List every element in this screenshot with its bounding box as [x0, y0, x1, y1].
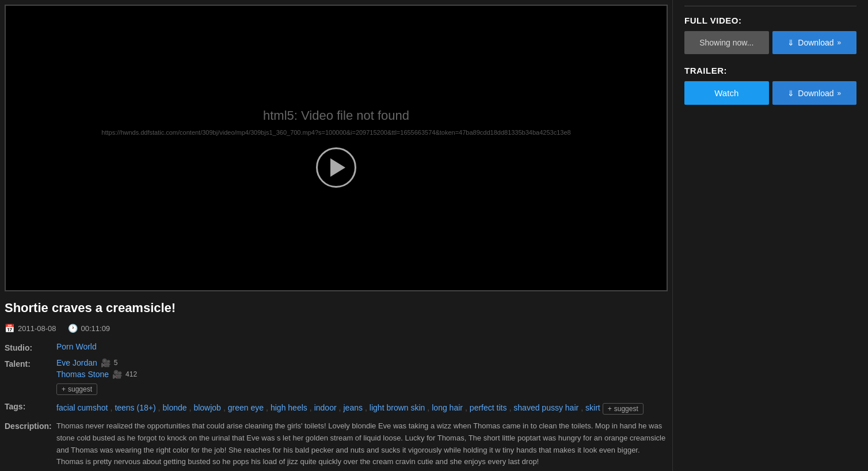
content-area: html5: Video file not found https://hwnd… — [0, 0, 672, 471]
trailer-chevron-right-icon: » — [837, 89, 842, 97]
description-text: Thomas never realized the opportunities … — [56, 421, 665, 466]
full-video-label: FULL VIDEO: — [684, 16, 856, 25]
showing-now-button[interactable]: Showing now... — [684, 31, 769, 54]
talent-link-0[interactable]: Eve Jordan — [56, 358, 97, 367]
studio-link[interactable]: Porn World — [56, 342, 97, 351]
suggest-label: suggest — [68, 385, 92, 393]
tag-perfect-tits[interactable]: perfect tits — [470, 403, 507, 412]
video-error-text: html5: Video file not found — [263, 108, 409, 123]
trailer-download-label: Download — [798, 89, 833, 98]
duration-meta: 🕐 00:11:09 — [68, 324, 111, 333]
full-video-download-label: Download — [798, 38, 833, 47]
talent-icon-0: 🎥 — [101, 358, 111, 367]
tag-suggest-label: suggest — [614, 405, 638, 413]
main-layout: html5: Video file not found https://hwnd… — [0, 0, 868, 471]
calendar-icon: 📅 — [5, 324, 14, 333]
description-label: Description: — [5, 420, 56, 468]
tag-light-brown-skin[interactable]: light brown skin — [370, 403, 425, 412]
video-date: 2011-08-08 — [18, 324, 56, 333]
talent-count-1: 412 — [125, 370, 137, 378]
video-duration: 00:11:09 — [81, 324, 111, 333]
tag-green-eye[interactable]: green eye — [228, 403, 264, 412]
trailer-download-button[interactable]: ⇓ Download » — [772, 81, 857, 105]
studio-value: Porn World — [56, 342, 668, 352]
talent-link-1[interactable]: Thomas Stone — [56, 370, 109, 379]
tag-jeans[interactable]: jeans — [344, 403, 363, 412]
tag-long-hair[interactable]: long hair — [432, 403, 463, 412]
tag-blonde[interactable]: blonde — [162, 403, 186, 412]
talent-suggest-button[interactable]: + suggest — [56, 383, 97, 395]
tag-high-heels[interactable]: high heels — [271, 403, 307, 412]
talent-item-0: Eve Jordan 🎥 5 — [56, 358, 668, 367]
tags-label: Tags: — [5, 401, 56, 415]
tags-value: facial cumshot, teens (18+), blonde, blo… — [56, 401, 668, 415]
clock-icon: 🕐 — [68, 324, 78, 333]
watch-button[interactable]: Watch — [684, 81, 769, 105]
tag-facial-cumshot[interactable]: facial cumshot — [56, 403, 108, 412]
sidebar: FULL VIDEO: Showing now... ⇓ Download » … — [672, 0, 868, 471]
tag-shaved-pussy-hair[interactable]: shaved pussy hair — [513, 403, 578, 412]
tag-skirt[interactable]: skirt — [585, 403, 600, 412]
chevron-right-icon: » — [837, 39, 842, 47]
studio-label: Studio: — [5, 342, 56, 352]
video-title: Shortie craves a creamsicle! — [5, 301, 668, 316]
play-button[interactable] — [316, 147, 356, 188]
trailer-buttons: Watch ⇓ Download » — [684, 81, 856, 105]
tags-container: facial cumshot, teens (18+), blonde, blo… — [56, 401, 668, 415]
tag-plus-icon: + — [608, 405, 612, 413]
talent-count-0: 5 — [114, 359, 118, 367]
trailer-label: TRAILER: — [684, 66, 856, 75]
play-triangle-icon — [330, 158, 345, 177]
info-table: Studio: Porn World Talent: Eve Jordan 🎥 … — [5, 342, 668, 468]
full-video-buttons: Showing now... ⇓ Download » — [684, 31, 856, 54]
tag-teens[interactable]: teens (18+) — [115, 403, 155, 412]
date-meta: 📅 2011-08-08 — [5, 324, 56, 333]
tag-suggest-button[interactable]: + suggest — [603, 403, 644, 415]
download-icon: ⇓ — [787, 38, 794, 47]
video-player[interactable]: html5: Video file not found https://hwnd… — [5, 5, 668, 291]
trailer-download-icon: ⇓ — [787, 89, 794, 98]
full-video-download-button[interactable]: ⇓ Download » — [772, 31, 857, 54]
sidebar-divider — [684, 6, 856, 6]
tag-blowjob[interactable]: blowjob — [193, 403, 220, 412]
description-value: Thomas never realized the opportunities … — [56, 420, 668, 468]
tag-indoor[interactable]: indoor — [314, 403, 337, 412]
video-url: https://hwnds.ddfstatic.com/content/309b… — [78, 129, 593, 136]
talent-item-1: Thomas Stone 🎥 412 — [56, 370, 668, 379]
video-meta: 📅 2011-08-08 🕐 00:11:09 — [5, 324, 668, 333]
talent-icon-1: 🎥 — [112, 370, 122, 379]
plus-icon: + — [62, 385, 66, 393]
talent-label: Talent: — [5, 358, 56, 395]
talent-value: Eve Jordan 🎥 5 Thomas Stone 🎥 412 + sugg… — [56, 358, 668, 395]
